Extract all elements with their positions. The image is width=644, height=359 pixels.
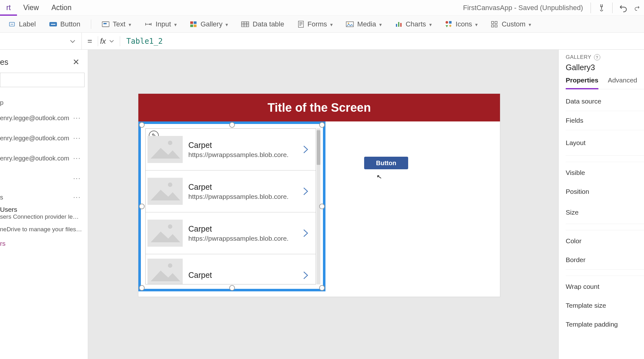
ribbon-charts-label: Charts	[406, 20, 426, 28]
prop-size[interactable]: Size	[566, 201, 644, 224]
svg-rect-4	[103, 23, 107, 24]
prop-templatesize[interactable]: Template size	[566, 296, 644, 315]
gallery-item[interactable]: Carpet https://pwrappssamples.blob.core.	[146, 212, 316, 254]
ribbon-icons-button[interactable]: Icons	[442, 19, 480, 30]
resize-handle[interactable]	[229, 122, 235, 128]
chevron-down-icon	[379, 20, 382, 28]
svg-rect-10	[242, 22, 249, 27]
gallery-item[interactable]: ✎ Carpet https://pwrappssamples.blob.cor…	[146, 129, 316, 171]
ribbon-label-button[interactable]: Label	[6, 19, 38, 30]
divider	[566, 224, 644, 230]
chevron-down-icon	[475, 20, 478, 28]
more-icon[interactable]: ···	[71, 153, 83, 164]
more-icon[interactable]: ···	[71, 133, 83, 143]
prop-position[interactable]: Position	[566, 182, 644, 201]
resize-handle[interactable]	[319, 204, 325, 209]
screen-title-label[interactable]: Title of the Screen	[138, 94, 500, 121]
tab-advanced[interactable]: Advanced	[608, 76, 637, 87]
tab-properties[interactable]: Properties	[566, 76, 598, 87]
ribbon-gallery-button[interactable]: Gallery	[187, 19, 231, 30]
svg-rect-2	[51, 24, 55, 25]
resize-handle[interactable]	[319, 285, 325, 291]
formula-input[interactable]: Table1_2	[120, 37, 644, 46]
app-checker-icon[interactable]	[595, 2, 608, 14]
resize-handle[interactable]	[139, 285, 145, 291]
svg-rect-20	[495, 21, 497, 24]
left-entry[interactable]: enry.legge@outlook.com	[0, 155, 69, 162]
undo-icon[interactable]	[617, 2, 630, 14]
left-row-label: s	[0, 194, 3, 201]
chevron-right-icon[interactable]	[299, 145, 312, 154]
svg-rect-18	[449, 21, 452, 24]
prop-visible[interactable]: Visible	[566, 163, 644, 182]
prop-fields[interactable]: Fields	[566, 111, 644, 130]
ribbon-text-button[interactable]: Text	[99, 19, 133, 30]
left-search-input[interactable]	[0, 73, 85, 87]
item-title: Carpet	[188, 182, 294, 192]
gallery-item[interactable]: Carpet https://pwrappssamples.blob.core.	[146, 171, 316, 212]
gallery-item[interactable]: Carpet	[146, 254, 316, 284]
svg-point-5	[149, 23, 151, 25]
resize-handle[interactable]	[229, 285, 235, 291]
menu-insert[interactable]: rt	[0, 0, 17, 15]
item-subtitle: https://pwrappssamples.blob.core.	[188, 235, 294, 242]
more-icon[interactable]: ···	[71, 192, 83, 203]
svg-point-28	[168, 224, 172, 229]
svg-point-30	[168, 263, 172, 268]
redo-icon[interactable]	[634, 2, 640, 14]
menu-bar: rt View Action FirstCanvasApp - Saved (U…	[0, 0, 644, 16]
ribbon-datatable-button[interactable]: Data table	[239, 19, 286, 30]
property-selector[interactable]	[0, 33, 82, 49]
prop-templatepadding[interactable]: Template padding	[566, 315, 644, 334]
resize-handle[interactable]	[139, 204, 145, 209]
resize-handle[interactable]	[319, 122, 325, 128]
menu-view[interactable]: View	[17, 0, 45, 15]
fx-button[interactable]: fx	[98, 37, 120, 46]
chevron-right-icon[interactable]	[299, 271, 312, 280]
ribbon-charts-button[interactable]: Charts	[392, 19, 434, 30]
ribbon-datatable-label: Data table	[253, 20, 284, 28]
ribbon-media-button[interactable]: Media	[343, 19, 384, 30]
gallery-inner: ✎ Carpet https://pwrappssamples.blob.cor…	[145, 128, 316, 284]
ribbon-icons-label: Icons	[456, 20, 472, 28]
prop-color[interactable]: Color	[566, 232, 644, 250]
svg-point-17	[446, 21, 448, 24]
help-icon[interactable]: ?	[594, 54, 600, 60]
left-users-title[interactable]: Users	[0, 206, 83, 213]
screen-canvas[interactable]: Title of the Screen ✎ Carpet https://p	[138, 94, 500, 297]
more-icon[interactable]: ···	[71, 113, 83, 123]
more-icon[interactable]: ···	[71, 173, 83, 184]
chevron-down-icon	[129, 20, 131, 28]
canvas-button-control[interactable]: Button	[364, 157, 408, 169]
ribbon-forms-button[interactable]: Forms	[295, 19, 335, 30]
canvas-area[interactable]: Title of the Screen ✎ Carpet https://p	[88, 50, 558, 359]
prop-layout[interactable]: Layout	[566, 130, 644, 156]
gallery-control[interactable]: ✎ Carpet https://pwrappssamples.blob.cor…	[138, 121, 325, 291]
left-entry[interactable]: enry.legge@outlook.com	[0, 115, 69, 122]
resize-handle[interactable]	[139, 122, 145, 128]
ribbon-button-button[interactable]: Button	[47, 19, 83, 30]
chevron-down-icon	[330, 20, 333, 28]
chevron-down-icon	[174, 20, 177, 28]
scrollbar-thumb[interactable]	[317, 130, 320, 165]
left-row-label: p	[0, 99, 3, 106]
ribbon-input-button[interactable]: Input	[142, 19, 179, 30]
prop-data-source[interactable]: Data source	[566, 92, 644, 111]
ribbon-custom-button[interactable]: Custom	[488, 19, 534, 30]
close-icon[interactable]: ✕	[69, 56, 83, 68]
svg-rect-25	[147, 178, 183, 205]
menu-action[interactable]: Action	[45, 0, 78, 15]
svg-rect-11	[298, 21, 303, 27]
ribbon-forms-label: Forms	[308, 20, 327, 28]
chevron-down-icon	[429, 20, 432, 28]
prop-wrapcount[interactable]: Wrap count	[566, 277, 644, 296]
chevron-right-icon[interactable]	[299, 228, 312, 238]
svg-rect-27	[147, 220, 183, 247]
left-entry[interactable]: enry.legge@outlook.com	[0, 135, 69, 142]
left-trailing[interactable]: rs	[0, 240, 88, 247]
left-panel: es ✕ p enry.legge@outlook.com ··· enry.l…	[0, 50, 88, 359]
image-placeholder-icon	[147, 136, 183, 163]
ribbon-input-label: Input	[156, 20, 171, 28]
chevron-right-icon[interactable]	[299, 187, 312, 196]
prop-border[interactable]: Border	[566, 250, 644, 270]
